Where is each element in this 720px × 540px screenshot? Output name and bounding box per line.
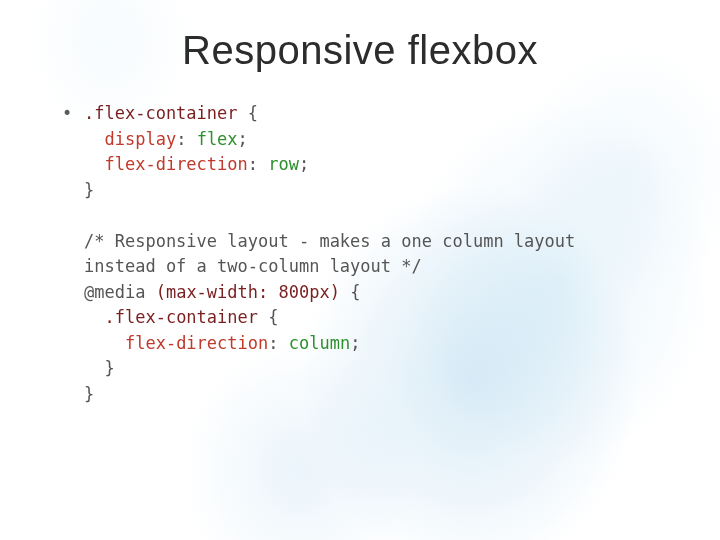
code-colon: : <box>176 129 186 149</box>
code-brace: } <box>104 358 114 378</box>
slide-title: Responsive flexbox <box>48 28 672 73</box>
code-property: display <box>104 129 176 149</box>
code-property: flex-direction <box>125 333 268 353</box>
bullet-list: .flex-container { display: flex; flex-di… <box>54 101 672 407</box>
code-value: row <box>268 154 299 174</box>
code-brace: { <box>340 282 360 302</box>
code-colon: : <box>248 154 258 174</box>
code-media-condition: (max-width: 800px) <box>156 282 340 302</box>
code-bullet: .flex-container { display: flex; flex-di… <box>72 101 672 407</box>
code-brace: { <box>238 103 258 123</box>
code-comment: instead of a two-column layout */ <box>84 256 422 276</box>
code-semicolon: ; <box>350 333 360 353</box>
slide-body: .flex-container { display: flex; flex-di… <box>48 101 672 407</box>
code-brace: { <box>258 307 278 327</box>
code-value: flex <box>197 129 238 149</box>
code-brace: } <box>84 384 94 404</box>
slide: Responsive flexbox .flex-container { dis… <box>0 0 720 540</box>
code-semicolon: ; <box>299 154 309 174</box>
code-comment: /* Responsive layout - makes a one colum… <box>84 231 575 251</box>
code-at-rule: @media <box>84 282 145 302</box>
code-brace: } <box>84 180 94 200</box>
code-value: column <box>289 333 350 353</box>
code-selector: .flex-container <box>104 307 258 327</box>
code-property: flex-direction <box>104 154 247 174</box>
code-selector: .flex-container <box>84 103 238 123</box>
code-block: .flex-container { display: flex; flex-di… <box>84 101 672 407</box>
code-semicolon: ; <box>238 129 248 149</box>
code-colon: : <box>268 333 278 353</box>
